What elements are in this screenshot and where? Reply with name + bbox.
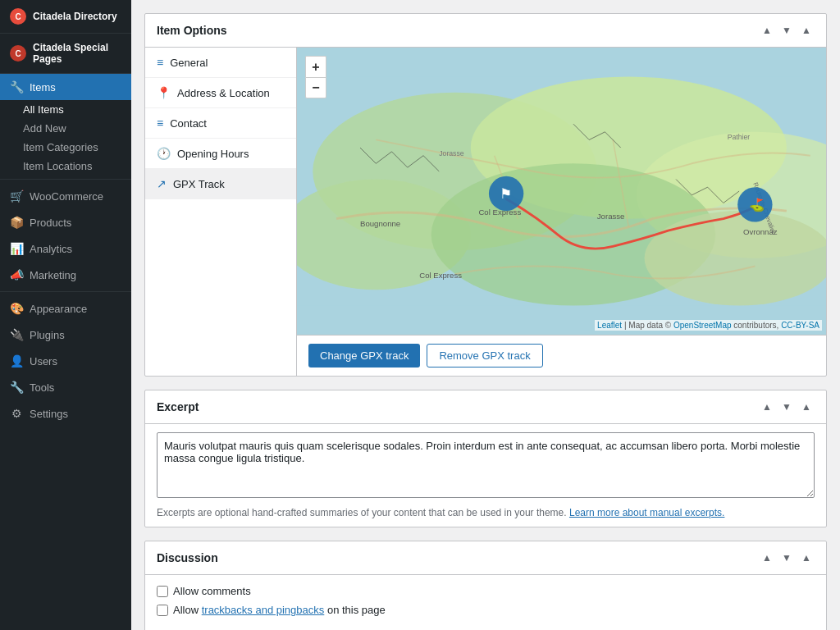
map-credit-separator: | Map data © <box>624 321 673 330</box>
map-svg: Bougnonne Col Express Jorasse Ovronnaz C… <box>297 48 826 335</box>
woocommerce-icon: 🛒 <box>10 189 23 203</box>
nav-opening-hours-label: Opening Hours <box>177 148 249 160</box>
svg-text:Col Express: Col Express <box>419 271 462 280</box>
allow-trackbacks-checkbox[interactable] <box>157 605 168 616</box>
excerpt-body: Mauris volutpat mauris quis quam sceleri… <box>145 424 826 527</box>
svg-text:Jorasse: Jorasse <box>439 149 463 158</box>
excerpt-collapse-down-btn[interactable]: ▼ <box>778 399 795 415</box>
sidebar-item-products[interactable]: 📦 Products <box>0 209 131 235</box>
item-options-body: ≡ General 📍 Address & Location ≡ Contact… <box>145 48 826 376</box>
svg-point-6 <box>645 211 826 306</box>
nav-gpx-track[interactable]: ↗ GPX Track <box>145 169 296 199</box>
remove-gpx-btn[interactable]: Remove GPX track <box>427 344 542 368</box>
discussion-panel-controls: ▲ ▼ ▲ <box>759 550 815 566</box>
excerpt-textarea[interactable]: Mauris volutpat mauris quis quam sceleri… <box>157 432 815 498</box>
woocommerce-label: WooCommerce <box>30 190 103 203</box>
sidebar-item-items[interactable]: 🔧 Items <box>0 74 131 100</box>
tools-icon: 🔧 <box>10 381 23 394</box>
address-nav-icon: 📍 <box>157 86 171 99</box>
products-label: Products <box>30 217 71 229</box>
nav-gpx-label: GPX Track <box>173 178 225 190</box>
nav-general[interactable]: ≡ General <box>145 48 296 78</box>
allow-trackbacks-label: Allow trackbacks and pingbacks on this p… <box>173 604 386 616</box>
discussion-collapse-down-btn[interactable]: ▼ <box>778 550 795 566</box>
sidebar-logo-2[interactable]: C Citadela Special Pages <box>0 34 131 74</box>
marketing-label: Marketing <box>30 269 76 281</box>
panel-collapse-down-btn[interactable]: ▼ <box>778 22 795 39</box>
excerpt-help: Excerpts are optional hand-crafted summa… <box>157 507 815 518</box>
main-content: Item Options ▲ ▼ ▲ ≡ General 📍 Address &… <box>131 0 840 630</box>
map-zoom-out-btn[interactable]: − <box>305 77 326 98</box>
contact-nav-icon: ≡ <box>157 116 163 130</box>
tools-label: Tools <box>30 381 54 394</box>
discussion-panel: Discussion ▲ ▼ ▲ Allow comments Allow tr… <box>144 541 827 630</box>
sidebar-item-woocommerce[interactable]: 🛒 WooCommerce <box>0 183 131 209</box>
discussion-toggle-btn[interactable]: ▲ <box>798 550 815 566</box>
sidebar-item-tools[interactable]: 🔧 Tools <box>0 374 131 400</box>
map-zoom-in-btn[interactable]: + <box>305 56 326 77</box>
discussion-title: Discussion <box>157 551 218 564</box>
panel-controls: ▲ ▼ ▲ <box>759 22 815 39</box>
map-container: Bougnonne Col Express Jorasse Ovronnaz C… <box>297 48 826 376</box>
analytics-icon: 📊 <box>10 242 23 255</box>
svg-text:⛳: ⛳ <box>749 197 765 212</box>
sidebar-item-settings[interactable]: ⚙ Settings <box>0 400 131 427</box>
general-nav-icon: ≡ <box>157 56 163 69</box>
map-zoom-controls: + − <box>305 56 326 98</box>
sidebar-item-users[interactable]: 👤 Users <box>0 348 131 374</box>
sidebar-sub-add-new[interactable]: Add New <box>0 119 131 138</box>
excerpt-title: Excerpt <box>157 400 199 413</box>
settings-label: Settings <box>30 408 68 420</box>
logo-label-2: Citadela Special Pages <box>33 42 121 65</box>
sidebar-item-items-label: Items <box>30 81 56 94</box>
excerpt-header: Excerpt ▲ ▼ ▲ <box>145 390 826 424</box>
leaflet-link[interactable]: Leaflet <box>597 321 622 330</box>
cc-by-sa-link[interactable]: CC-BY-SA <box>781 321 819 330</box>
sidebar-item-marketing[interactable]: 📣 Marketing <box>0 262 131 288</box>
discussion-body: Allow comments Allow trackbacks and ping… <box>145 575 826 630</box>
svg-text:Pathier: Pathier <box>728 133 751 141</box>
allow-comments-label: Allow comments <box>173 585 251 597</box>
sidebar-item-appearance[interactable]: 🎨 Appearance <box>0 295 131 322</box>
gpx-nav-icon: ↗ <box>157 177 167 190</box>
nav-contact-label: Contact <box>170 117 207 130</box>
excerpt-panel: Excerpt ▲ ▼ ▲ Mauris volutpat mauris qui… <box>144 390 827 527</box>
sidebar-item-analytics[interactable]: 📊 Analytics <box>0 235 131 262</box>
marketing-icon: 📣 <box>10 268 23 281</box>
logo-icon-1: C <box>10 8 26 25</box>
products-icon: 📦 <box>10 216 23 229</box>
map-contributors: contributors, <box>733 321 781 330</box>
discussion-header: Discussion ▲ ▼ ▲ <box>145 541 826 575</box>
openstreetmap-link[interactable]: OpenStreetMap <box>673 321 732 330</box>
discussion-collapse-up-btn[interactable]: ▲ <box>759 550 775 566</box>
settings-icon: ⚙ <box>10 407 23 420</box>
excerpt-help-link[interactable]: Learn more about manual excerpts. <box>569 507 724 518</box>
panel-collapse-up-btn[interactable]: ▲ <box>759 22 775 39</box>
change-gpx-btn[interactable]: Change GPX track <box>308 344 420 368</box>
item-categories-label: Item Categories <box>23 141 98 153</box>
items-icon: 🔧 <box>10 80 23 94</box>
map-credit: Leaflet | Map data © OpenStreetMap contr… <box>595 320 822 331</box>
trackbacks-link[interactable]: trackbacks and pingbacks <box>202 604 325 616</box>
excerpt-toggle-btn[interactable]: ▲ <box>798 399 815 415</box>
nav-address-location[interactable]: 📍 Address & Location <box>145 78 296 108</box>
add-new-label: Add New <box>23 122 66 135</box>
appearance-label: Appearance <box>30 303 87 315</box>
sidebar-logo-1[interactable]: C Citadela Directory <box>0 0 131 34</box>
sidebar-sub-item-locations[interactable]: Item Locations <box>0 157 131 176</box>
sidebar-sub-all-items[interactable]: All Items <box>0 100 131 119</box>
nav-opening-hours[interactable]: 🕐 Opening Hours <box>145 139 296 169</box>
appearance-icon: 🎨 <box>10 302 23 315</box>
panel-toggle-btn[interactable]: ▲ <box>798 22 815 39</box>
all-items-label: All Items <box>23 103 64 116</box>
excerpt-collapse-up-btn[interactable]: ▲ <box>759 399 775 415</box>
item-options-panel: Item Options ▲ ▼ ▲ ≡ General 📍 Address &… <box>144 13 827 377</box>
nav-contact[interactable]: ≡ Contact <box>145 108 296 139</box>
sidebar-sub-item-categories[interactable]: Item Categories <box>0 138 131 157</box>
map-area[interactable]: Bougnonne Col Express Jorasse Ovronnaz C… <box>297 48 826 335</box>
item-options-title: Item Options <box>157 24 227 37</box>
allow-comments-checkbox[interactable] <box>157 586 168 597</box>
plugins-label: Plugins <box>30 329 65 341</box>
item-options-header: Item Options ▲ ▼ ▲ <box>145 14 826 48</box>
sidebar-item-plugins[interactable]: 🔌 Plugins <box>0 322 131 348</box>
